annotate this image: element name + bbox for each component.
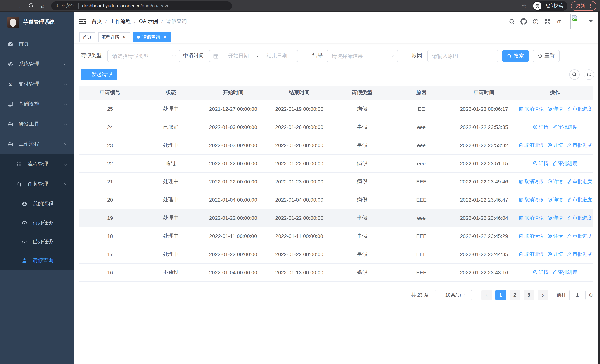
result-input[interactable] bbox=[332, 53, 388, 59]
cell-apply-id: 16 bbox=[79, 263, 141, 281]
sidebar-item-leave-query[interactable]: 请假查询 bbox=[0, 251, 74, 270]
browser-update-button[interactable]: 更新 ⋮ bbox=[571, 1, 596, 10]
cancel-leave-link[interactable]: 取消请假 bbox=[518, 215, 544, 221]
sidebar-item-infrastructure[interactable]: 基础设施 bbox=[0, 94, 74, 114]
fullscreen-icon[interactable] bbox=[542, 13, 553, 30]
avatar-dropdown-caret-icon[interactable] bbox=[589, 20, 593, 23]
page-button-2[interactable]: 2 bbox=[510, 290, 520, 300]
browser-menu-icon[interactable]: ⋮ bbox=[588, 3, 593, 9]
sidebar-item-system[interactable]: 系统管理 bbox=[0, 54, 74, 74]
sidebar-item-process-management[interactable]: 流程管理 bbox=[0, 154, 74, 174]
sidebar-fold-icon[interactable] bbox=[79, 18, 86, 25]
sidebar-item-devtools[interactable]: 研发工具 bbox=[0, 114, 74, 134]
cancel-leave-link[interactable]: 取消请假 bbox=[518, 178, 544, 185]
sidebar-item-workflow[interactable]: 工作流程 bbox=[0, 134, 74, 154]
sidebar-item-payment[interactable]: ¥ 支付管理 bbox=[0, 74, 74, 94]
create-leave-button[interactable]: + 发起请假 bbox=[81, 69, 117, 80]
breadcrumb-workflow[interactable]: 工作流程 bbox=[110, 18, 131, 25]
approval-progress-link[interactable]: 审批进度 bbox=[567, 142, 592, 149]
goto-page-input[interactable] bbox=[569, 290, 586, 300]
cell-start-time: 2022-01-04 00:00:00 bbox=[200, 191, 266, 209]
refresh-table-button[interactable] bbox=[584, 69, 594, 80]
leave-type-input[interactable] bbox=[112, 53, 170, 59]
page-button-1[interactable]: 1 bbox=[496, 290, 506, 300]
cancel-leave-link[interactable]: 取消请假 bbox=[518, 233, 544, 239]
prev-page-button[interactable]: ‹ bbox=[481, 290, 492, 300]
next-page-button[interactable]: › bbox=[538, 290, 548, 300]
tab-leave-query[interactable]: 请假查询 × bbox=[133, 32, 171, 42]
home-icon[interactable]: ⌂ bbox=[39, 3, 46, 9]
date-end-placeholder[interactable]: 结束日期 bbox=[260, 53, 294, 59]
close-icon[interactable]: × bbox=[162, 35, 168, 40]
detail-link[interactable]: 详情 bbox=[533, 160, 548, 167]
process-list-icon bbox=[16, 161, 22, 167]
detail-link[interactable]: 详情 bbox=[533, 124, 548, 130]
approval-progress-link[interactable]: 审批进度 bbox=[567, 105, 592, 112]
avatar[interactable] bbox=[570, 14, 585, 29]
sidebar-item-home[interactable]: 首页 bbox=[0, 34, 74, 54]
approval-progress-link[interactable]: 审批进度 bbox=[567, 178, 592, 185]
reason-input[interactable] bbox=[432, 53, 494, 59]
result-select[interactable] bbox=[327, 50, 398, 62]
browser-scrollbar[interactable] bbox=[598, 12, 600, 364]
search-button[interactable]: 搜索 bbox=[502, 50, 529, 62]
detail-link[interactable]: 详情 bbox=[547, 105, 563, 112]
tab-process-detail[interactable]: 流程详情 × bbox=[98, 32, 130, 42]
breadcrumb-separator: / bbox=[105, 19, 107, 24]
approval-progress-link[interactable]: 审批进度 bbox=[567, 196, 592, 203]
app-root: ← → ⌂ ⚠ 不安全 dashboard.yudao.iocoder.cn/b… bbox=[0, 0, 600, 364]
sidebar-item-todo-tasks[interactable]: 待办任务 bbox=[0, 213, 74, 232]
workflow-submenu: 流程管理 任务管理 我的流程 bbox=[0, 154, 74, 270]
apply-time-range-picker[interactable]: 开始日期 - 结束日期 bbox=[209, 50, 298, 62]
reload-icon[interactable] bbox=[28, 2, 34, 9]
sidebar-item-done-tasks[interactable]: 已办任务 bbox=[0, 232, 74, 251]
approval-progress-link[interactable]: 审批进度 bbox=[552, 269, 577, 276]
toggle-search-button[interactable] bbox=[569, 69, 580, 80]
breadcrumb-home[interactable]: 首页 bbox=[92, 18, 102, 25]
search-icon[interactable] bbox=[506, 13, 518, 30]
approval-progress-link[interactable]: 审批进度 bbox=[567, 215, 592, 221]
detail-link[interactable]: 详情 bbox=[533, 269, 548, 276]
cancel-leave-link[interactable]: 取消请假 bbox=[518, 105, 544, 112]
bookmark-star-icon[interactable]: ☆ bbox=[522, 2, 527, 9]
cancel-leave-link[interactable]: 取消请假 bbox=[518, 196, 544, 203]
cancel-leave-link[interactable]: 取消请假 bbox=[518, 142, 544, 149]
cancel-leave-link[interactable]: 取消请假 bbox=[518, 251, 544, 257]
col-apply-time: 申请时间 bbox=[451, 86, 517, 100]
detail-link[interactable]: 详情 bbox=[547, 233, 563, 239]
col-start-time: 开始时间 bbox=[200, 86, 266, 100]
font-size-icon[interactable]: tT bbox=[553, 13, 565, 30]
sidebar-item-my-process[interactable]: 我的流程 bbox=[0, 194, 74, 213]
github-icon[interactable] bbox=[518, 13, 530, 30]
cell-apply-id: 21 bbox=[79, 172, 141, 191]
address-bar[interactable]: ⚠ 不安全 dashboard.yudao.iocoder.cn/bpm/oa/… bbox=[51, 1, 232, 10]
cell-reason: EEE bbox=[392, 172, 451, 191]
detail-link[interactable]: 详情 bbox=[547, 196, 563, 203]
sidebar-item-task-management[interactable]: 任务管理 bbox=[0, 174, 74, 194]
reason-field[interactable] bbox=[427, 50, 498, 62]
tab-home[interactable]: 首页 bbox=[79, 32, 95, 42]
back-icon[interactable]: ← bbox=[4, 3, 10, 9]
eye-open-icon bbox=[21, 220, 28, 225]
cell-status: 处理中 bbox=[141, 136, 200, 154]
forward-icon[interactable]: → bbox=[16, 3, 22, 9]
approval-progress-link[interactable]: 审批进度 bbox=[552, 160, 577, 167]
breadcrumb-oa-example[interactable]: OA 示例 bbox=[139, 18, 158, 25]
table-row: 16不通过2022-01-04 00:00:002022-01-13 00:00… bbox=[79, 263, 593, 281]
date-start-placeholder[interactable]: 开始日期 bbox=[222, 53, 255, 59]
detail-link[interactable]: 详情 bbox=[547, 215, 563, 221]
url-path: /bpm/oa/leave bbox=[141, 3, 169, 8]
page-button-3[interactable]: 3 bbox=[524, 290, 534, 300]
detail-link[interactable]: 详情 bbox=[547, 251, 563, 257]
approval-progress-link[interactable]: 审批进度 bbox=[567, 233, 592, 239]
detail-link[interactable]: 详情 bbox=[547, 142, 563, 149]
approval-progress-link[interactable]: 审批进度 bbox=[567, 251, 592, 257]
approval-progress-link[interactable]: 审批进度 bbox=[552, 124, 577, 130]
cell-apply-time: 2022-01-22 23:51:15 bbox=[451, 154, 517, 172]
page-size-select[interactable]: 10条/页 bbox=[435, 290, 472, 300]
help-icon[interactable]: ? bbox=[530, 13, 542, 30]
detail-link[interactable]: 详情 bbox=[547, 178, 563, 185]
reset-button[interactable]: 重置 bbox=[533, 50, 560, 62]
close-icon[interactable]: × bbox=[122, 35, 127, 40]
leave-type-select[interactable] bbox=[107, 50, 180, 62]
